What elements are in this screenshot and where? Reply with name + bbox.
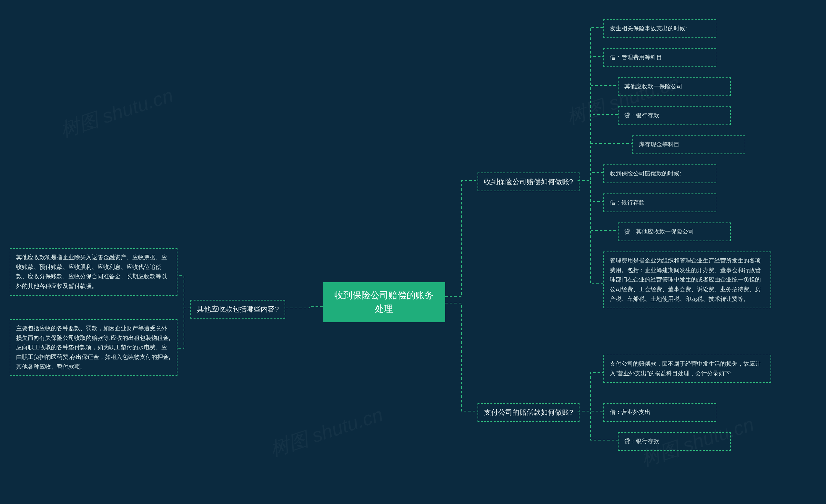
- branch-pay-compensation[interactable]: 支付公司的赔偿款如何做账?: [477, 403, 580, 422]
- leaf-r1-2: 其他应收款一保险公司: [618, 77, 731, 96]
- watermark: 树图 shutu.cn: [57, 82, 176, 143]
- leaf-r1-3: 贷：银行存款: [618, 107, 731, 125]
- leaf-other-receivables-def: 其他应收款项是指企业除买入返售金融资产、应收票据、应收账款、预付账款、应收股利、…: [10, 248, 177, 296]
- leaf-other-receivables-examples: 主要包括应收的各种赔款、罚款，如因企业财产等遭受意外损失而向有关保险公司收取的赔…: [10, 319, 177, 376]
- leaf-r1-5: 收到保险公司赔偿款的时候:: [603, 165, 716, 183]
- watermark: 树图 shutu.cn: [267, 402, 386, 463]
- branch-receive-compensation[interactable]: 收到保险公司赔偿如何做账?: [477, 173, 580, 191]
- leaf-r2-2: 贷：银行存款: [618, 432, 731, 451]
- leaf-r2-0: 支付公司的赔偿款，因不属于经营中发生活的损失，故应计入"营业外支出"的损益科目处…: [603, 355, 771, 383]
- leaf-r1-0: 发生相关保险事故支出的时候:: [603, 19, 716, 38]
- leaf-r1-7: 贷：其他应收款一保险公司: [618, 223, 731, 241]
- leaf-r1-6: 借：银行存款: [603, 193, 716, 212]
- leaf-r2-1: 借：营业外支出: [603, 403, 716, 422]
- leaf-r1-4: 库存现金等科目: [632, 135, 745, 154]
- leaf-r1-8: 管理费用是指企业为组织和管理企业生产经营所发生的各项费用。包括：企业筹建期间发生…: [603, 252, 771, 308]
- root-node[interactable]: 收到保险公司赔偿的账务处理: [322, 282, 445, 322]
- branch-other-receivables[interactable]: 其他应收款包括哪些内容?: [190, 300, 285, 319]
- leaf-r1-1: 借：管理费用等科目: [603, 48, 716, 67]
